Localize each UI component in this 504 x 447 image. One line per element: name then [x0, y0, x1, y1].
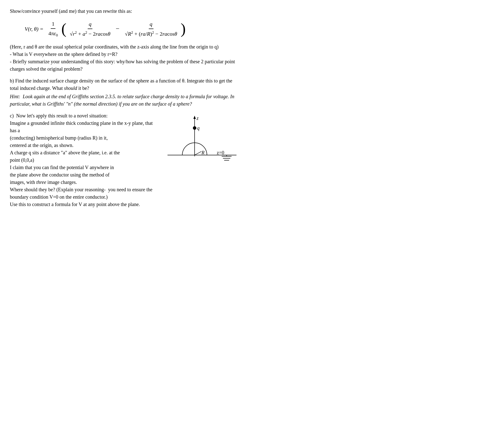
z0-label: z=0 [217, 150, 224, 155]
part-ab-section: (Here, r and θ are the usual spherical p… [10, 43, 241, 73]
formula-block: V(r, θ) = 1 4πε0 ( q √r2 + a2 − 2racosθ … [25, 20, 241, 38]
main-content: Show/convince yourself (and me) that you… [10, 7, 241, 208]
part-c-line10: Use this to construct a formula for V at… [10, 201, 155, 208]
frac2-numerator: q [149, 20, 153, 29]
part-b-section: b) Find the induced surface charge densi… [10, 77, 241, 108]
R-indicator-line [195, 151, 201, 155]
part-c-line5: point (0,0,a) [10, 156, 155, 164]
coeff-numerator: 1 [51, 20, 55, 29]
formula-row: V(r, θ) = 1 4πε0 ( q √r2 + a2 − 2racosθ … [25, 20, 241, 38]
part-c-line6: I claim that you can find the potential … [10, 164, 155, 171]
part-c-title: c) Now let's apply this result to a nove… [10, 112, 155, 119]
coeff-denominator: 4πε0 [47, 29, 59, 38]
frac1-denominator: √r2 + a2 − 2racosθ [69, 29, 111, 38]
right-paren: ) [180, 21, 186, 36]
should-word: should [64, 86, 77, 91]
part-c-line1: Imagine a grounded infinite thick conduc… [10, 119, 155, 134]
bullet-1: - What is V everywhere on the sphere def… [10, 51, 241, 58]
part-c-line4: A charge q sits a distance "a" above the… [10, 149, 155, 156]
part-c-section: c) Now let's apply this result to a nove… [10, 112, 241, 208]
coeff-fraction: 1 4πε0 [47, 20, 59, 38]
physics-diagram: z q R z=0 [165, 114, 239, 173]
z-axis-arrowhead [193, 116, 196, 119]
hint-text: Hint: Look again at the end of Griffiths… [10, 93, 241, 108]
coordinates-note: (Here, r and θ are the usual spherical p… [10, 43, 241, 51]
intro-section: Show/convince yourself (and me) that you… [10, 7, 241, 15]
R-label: R [201, 150, 204, 155]
q-label: q [197, 125, 199, 131]
charge-q-dot [193, 126, 196, 130]
z-axis-label: z [196, 115, 198, 121]
diagram-container: z q R z=0 [162, 112, 241, 173]
fraction-2: q √R2 + (ra/R)2 − 2racosθ [124, 20, 178, 38]
part-c-line8: images, with three image charges. [10, 178, 155, 186]
three-word: three [36, 179, 46, 185]
frac2-denominator: √R2 + (ra/R)2 − 2racosθ [124, 29, 178, 38]
part-c-line7: the plane above the conductor using the … [10, 171, 155, 178]
part-c-line3: centered at the origin, as shown. [10, 141, 155, 149]
part-b-main: b) Find the induced surface charge densi… [10, 77, 241, 92]
frac1-numerator: q [88, 20, 92, 29]
fraction-1: q √r2 + a2 − 2racosθ [69, 20, 111, 38]
minus-sign: − [116, 24, 120, 34]
formula-lhs: V(r, θ) = [25, 25, 43, 33]
left-paren: ( [61, 21, 67, 36]
part-c-line9: Where should they be? (Explain your reas… [10, 186, 155, 201]
part-c-container: c) Now let's apply this result to a nove… [10, 112, 241, 208]
bullet-2: - Briefly summarize your understanding o… [10, 58, 241, 73]
part-c-text-block: c) Now let's apply this result to a nove… [10, 112, 155, 208]
intro-text: Show/convince yourself (and me) that you… [10, 7, 241, 15]
part-c-line2: (conducting) hemispherical bump (radius … [10, 134, 155, 141]
